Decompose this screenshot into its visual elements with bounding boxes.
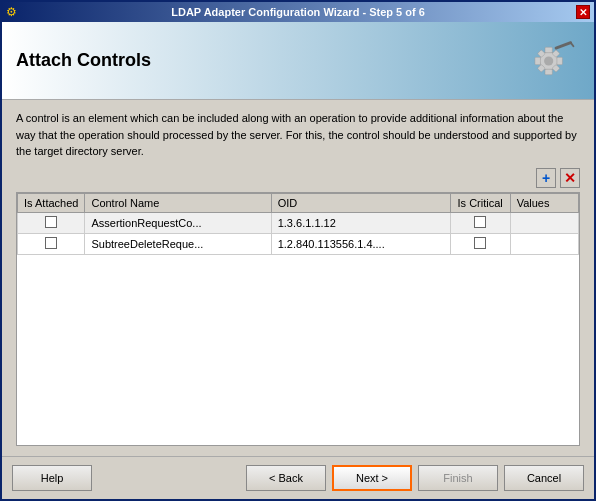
svg-line-10 (556, 43, 571, 49)
header-row: Is Attached Control Name OID Is Critical… (18, 193, 579, 212)
table-body: AssertionRequestCo... 1.3.6.1.1.12 Subtr… (18, 212, 579, 254)
help-button[interactable]: Help (12, 465, 92, 491)
svg-point-1 (544, 56, 553, 65)
row1-oid: 1.3.6.1.1.12 (271, 212, 450, 233)
description-text: A control is an element which can be inc… (16, 110, 580, 160)
main-window: ⚙ LDAP Adapter Configuration Wizard - St… (0, 0, 596, 501)
content-area: A control is an element which can be inc… (2, 100, 594, 456)
controls-table-container: Is Attached Control Name OID Is Critical… (16, 192, 580, 447)
table-toolbar: + ✕ (16, 168, 580, 188)
page-title: Attach Controls (16, 50, 151, 71)
col-is-attached: Is Attached (18, 193, 85, 212)
title-bar-text: LDAP Adapter Configuration Wizard - Step… (20, 6, 576, 18)
svg-rect-4 (534, 57, 540, 64)
header-area: Attach Controls (2, 22, 594, 100)
svg-line-11 (570, 43, 573, 47)
table-row: SubtreeDeleteReque... 1.2.840.113556.1.4… (18, 233, 579, 254)
header-icon (520, 33, 580, 88)
back-button[interactable]: < Back (246, 465, 326, 491)
svg-rect-2 (545, 47, 552, 53)
col-oid: OID (271, 193, 450, 212)
svg-rect-3 (545, 69, 552, 75)
table-header: Is Attached Control Name OID Is Critical… (18, 193, 579, 212)
row1-values (510, 212, 578, 233)
next-button[interactable]: Next > (332, 465, 412, 491)
controls-table: Is Attached Control Name OID Is Critical… (17, 193, 579, 255)
app-icon: ⚙ (6, 5, 20, 19)
col-control-name: Control Name (85, 193, 271, 212)
svg-rect-5 (556, 57, 562, 64)
gear-icon (523, 33, 578, 88)
col-is-critical: Is Critical (450, 193, 510, 212)
row1-is-attached-checkbox[interactable] (45, 216, 57, 228)
finish-button[interactable]: Finish (418, 465, 498, 491)
cancel-button[interactable]: Cancel (504, 465, 584, 491)
remove-control-button[interactable]: ✕ (560, 168, 580, 188)
add-control-button[interactable]: + (536, 168, 556, 188)
row2-is-critical-cell (450, 233, 510, 254)
close-button[interactable]: ✕ (576, 5, 590, 19)
row2-is-attached-cell (18, 233, 85, 254)
row1-is-critical-cell (450, 212, 510, 233)
row1-is-attached-cell (18, 212, 85, 233)
title-bar: ⚙ LDAP Adapter Configuration Wizard - St… (2, 2, 594, 22)
row2-is-critical-checkbox[interactable] (474, 237, 486, 249)
row1-is-critical-checkbox[interactable] (474, 216, 486, 228)
row2-control-name: SubtreeDeleteReque... (85, 233, 271, 254)
row2-is-attached-checkbox[interactable] (45, 237, 57, 249)
col-values: Values (510, 193, 578, 212)
row1-control-name: AssertionRequestCo... (85, 212, 271, 233)
row2-oid: 1.2.840.113556.1.4.... (271, 233, 450, 254)
row2-values (510, 233, 578, 254)
footer: Help < Back Next > Finish Cancel (2, 456, 594, 499)
table-row: AssertionRequestCo... 1.3.6.1.1.12 (18, 212, 579, 233)
